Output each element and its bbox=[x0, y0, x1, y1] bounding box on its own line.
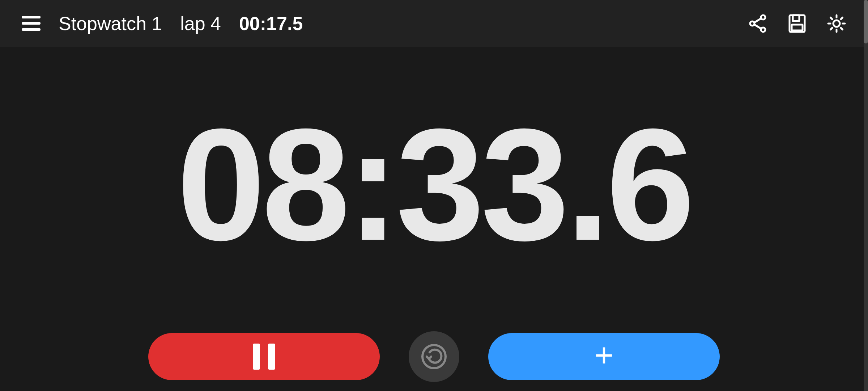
svg-line-4 bbox=[754, 25, 761, 29]
stopwatch-display: 08:33.6 bbox=[177, 105, 691, 264]
topbar: Stopwatch 1 lap 4 00:17.5 bbox=[0, 0, 868, 47]
pause-bar-left bbox=[253, 344, 260, 370]
scrollbar-track[interactable] bbox=[864, 0, 868, 391]
svg-rect-6 bbox=[793, 15, 799, 21]
app-title: Stopwatch 1 bbox=[59, 13, 162, 34]
pause-button[interactable] bbox=[148, 333, 380, 380]
save-icon[interactable] bbox=[787, 14, 807, 33]
topbar-left: Stopwatch 1 lap 4 00:17.5 bbox=[22, 13, 748, 34]
scrollbar-thumb[interactable] bbox=[864, 0, 868, 43]
svg-rect-7 bbox=[792, 25, 803, 30]
lap-button[interactable]: + bbox=[488, 333, 720, 380]
plus-icon: + bbox=[595, 339, 614, 371]
reset-icon bbox=[420, 342, 448, 371]
settings-icon[interactable] bbox=[827, 14, 846, 33]
svg-line-3 bbox=[754, 18, 761, 22]
bottom-controls: + bbox=[0, 322, 868, 391]
share-icon[interactable] bbox=[748, 14, 767, 33]
current-lap-time: 00:17.5 bbox=[239, 13, 303, 34]
reset-button[interactable] bbox=[409, 331, 459, 382]
main-display: 08:33.6 bbox=[0, 47, 868, 322]
pause-bar-right bbox=[268, 344, 275, 370]
pause-icon bbox=[253, 344, 275, 370]
topbar-right bbox=[748, 14, 846, 33]
svg-point-8 bbox=[833, 20, 840, 27]
menu-icon[interactable] bbox=[22, 16, 41, 31]
lap-indicator: lap 4 bbox=[180, 13, 221, 34]
